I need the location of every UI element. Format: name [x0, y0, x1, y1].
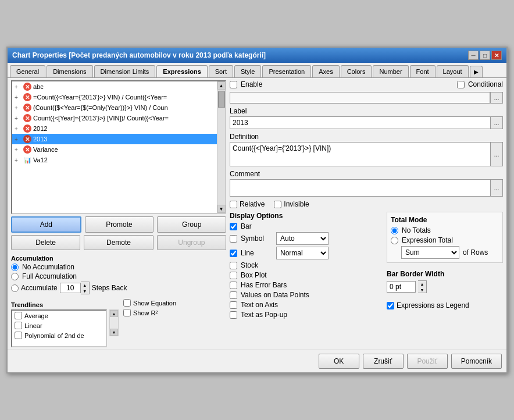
expr-item-1[interactable]: + ✕ =Count({<Year={'2013'}>} VIN) / Coun… [12, 92, 217, 102]
scroll-up[interactable]: ▲ [217, 81, 226, 90]
show-equation-checkbox[interactable] [123, 299, 131, 307]
sum-select[interactable]: Sum Avg Min Max [401, 246, 459, 259]
expr-list-scrollbar[interactable]: ▲ ▼ [217, 81, 225, 213]
values-on-data-checkbox[interactable] [230, 291, 237, 299]
no-totals-label: No Totals [402, 226, 431, 234]
trend-average-checkbox[interactable] [15, 312, 22, 319]
label-btn[interactable]: ... [490, 116, 503, 129]
tab-layout[interactable]: Layout [437, 65, 469, 77]
line-select[interactable]: Normal Thin Thick Dashed [276, 247, 329, 259]
expr-item-2012[interactable]: + ✕ 2012 [12, 123, 217, 134]
expr-item-2013[interactable]: + ✕ 2013 [12, 134, 217, 144]
bar-border-up[interactable]: ▲ [418, 281, 426, 287]
demote-button[interactable]: Demote [84, 235, 153, 250]
trendlines-scroll-up[interactable]: ▲ [110, 310, 118, 317]
comment-textarea[interactable] [230, 179, 490, 197]
expression-total-label: Expression Total [402, 236, 453, 244]
invisible-checkbox[interactable] [274, 201, 281, 208]
help-button[interactable]: Pomocník [451, 354, 502, 369]
steps-input[interactable] [60, 283, 81, 293]
tab-dimensions[interactable]: Dimensions [47, 65, 92, 77]
expression-total-radio[interactable] [391, 237, 398, 244]
trend-linear-checkbox[interactable] [15, 322, 22, 329]
trendlines-scroll-down[interactable]: ▼ [110, 329, 118, 336]
trendlines-list: Average Linear Polynomial of 2nd de [11, 309, 107, 347]
expand-icon[interactable]: + [15, 157, 22, 163]
tab-general[interactable]: General [10, 65, 45, 77]
expand-icon[interactable]: + [15, 94, 22, 101]
minimize-button[interactable]: ─ [468, 51, 479, 60]
definition-btn[interactable]: ... [490, 142, 503, 166]
add-button[interactable]: Add [11, 216, 81, 233]
definition-textarea[interactable]: Count({<[Year]={'2013'}>} [VIN]) [230, 142, 490, 166]
expand-icon[interactable]: + [15, 136, 22, 143]
cancel-button[interactable]: Zrušiť [363, 354, 404, 369]
expr-item-va12[interactable]: + 📊 Va12 [12, 155, 217, 165]
expand-icon[interactable]: + [15, 84, 22, 90]
tab-axes[interactable]: Axes [312, 65, 339, 77]
expression-list: + ✕ abc + ✕ =Count({<Year={'2013'}>} VIN… [12, 81, 217, 213]
expr-item-abc[interactable]: + ✕ abc [12, 81, 217, 92]
label-input[interactable] [230, 116, 490, 129]
stock-checkbox[interactable] [230, 262, 237, 269]
expand-icon[interactable]: + [15, 115, 22, 122]
group-button[interactable]: Group [157, 216, 226, 233]
trend-polynomial: Polynomial of 2nd de [12, 330, 106, 340]
no-totals-radio[interactable] [391, 227, 398, 234]
expand-icon[interactable]: + [15, 105, 22, 111]
expand-icon[interactable]: + [15, 147, 22, 153]
tab-presentation[interactable]: Presentation [262, 65, 311, 77]
tab-style[interactable]: Style [234, 65, 261, 77]
scroll-down[interactable]: ▼ [217, 205, 226, 213]
expr-item-variance[interactable]: + ✕ Variance [12, 144, 217, 155]
expr-item-2[interactable]: + ✕ (Count({$<Year={$(=Only(Year))}>} VI… [12, 102, 217, 113]
bar-checkbox[interactable] [230, 223, 237, 230]
show-r2-checkbox[interactable] [123, 309, 131, 316]
text-on-axis-option-row: Text on Axis [230, 301, 382, 309]
tab-number[interactable]: Number [373, 65, 408, 77]
steps-down[interactable]: ▼ [81, 288, 89, 294]
steps-up[interactable]: ▲ [81, 282, 89, 288]
tab-dimension-limits[interactable]: Dimension Limits [94, 65, 156, 77]
enable-checkbox[interactable] [230, 81, 237, 88]
bar-border-down[interactable]: ▼ [418, 287, 426, 293]
tab-expressions[interactable]: Expressions [156, 65, 207, 78]
error-bars-checkbox[interactable] [230, 282, 237, 289]
conditional-checkbox[interactable] [457, 81, 465, 88]
enable-row: Enable [230, 80, 262, 88]
bar-border-input[interactable] [387, 281, 416, 293]
expressions-as-legend-checkbox[interactable] [387, 302, 394, 309]
maximize-button[interactable]: □ [480, 51, 490, 60]
trend-polynomial-checkbox[interactable] [15, 332, 22, 339]
conditional-input[interactable] [230, 92, 490, 104]
main-content: + ✕ abc + ✕ =Count({<Year={'2013'}>} VIN… [8, 78, 506, 350]
apply-button[interactable]: Použiť [407, 354, 448, 369]
accumulate-radio[interactable] [11, 284, 19, 292]
values-on-data-label: Values on Data Points [241, 291, 309, 299]
box-plot-checkbox[interactable] [230, 272, 237, 279]
close-button[interactable]: ✕ [491, 51, 502, 60]
promote-button[interactable]: Promote [85, 216, 154, 233]
tab-colors[interactable]: Colors [341, 65, 372, 77]
conditional-btn[interactable]: ... [490, 92, 503, 104]
relative-checkbox[interactable] [230, 201, 237, 208]
symbol-select[interactable]: Auto Circle Square [276, 232, 329, 245]
text-as-popup-checkbox[interactable] [230, 311, 237, 319]
full-accumulation-radio[interactable] [11, 273, 19, 280]
no-accumulation-radio[interactable] [11, 264, 19, 271]
scroll-thumb[interactable] [218, 91, 225, 108]
comment-btn[interactable]: ... [490, 179, 503, 197]
delete-button[interactable]: Delete [11, 235, 80, 250]
symbol-checkbox[interactable] [230, 235, 237, 243]
line-checkbox[interactable] [230, 250, 237, 257]
expr-item-3[interactable]: + ✕ Count({<[Year]={'2013'}>} [VIN])/ Co… [12, 113, 217, 123]
tab-sort[interactable]: Sort [209, 65, 233, 77]
text-on-axis-checkbox[interactable] [230, 301, 237, 309]
tabs-scroll-right[interactable]: ▶ [470, 66, 483, 77]
tab-font[interactable]: Font [410, 65, 436, 77]
ok-button[interactable]: OK [319, 354, 359, 369]
expand-icon[interactable]: + [15, 126, 22, 132]
ungroup-button[interactable]: Ungroup [157, 235, 226, 250]
accumulation-section: Accumulation No Accumulation Full Accumu… [11, 252, 226, 294]
bar-border-spinner: ▲ ▼ [418, 280, 427, 293]
